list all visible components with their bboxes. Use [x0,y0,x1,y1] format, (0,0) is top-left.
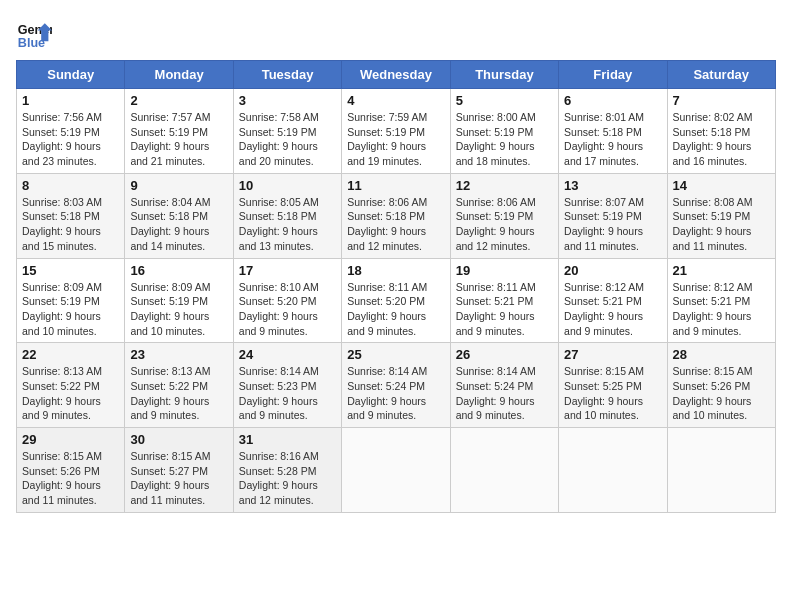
weekday-header-thursday: Thursday [450,61,558,89]
calendar-cell: 20 Sunrise: 8:12 AMSunset: 5:21 PMDaylig… [559,258,667,343]
day-number: 11 [347,178,444,193]
calendar-week-2: 8 Sunrise: 8:03 AMSunset: 5:18 PMDayligh… [17,173,776,258]
calendar-cell: 17 Sunrise: 8:10 AMSunset: 5:20 PMDaylig… [233,258,341,343]
calendar-cell: 7 Sunrise: 8:02 AMSunset: 5:18 PMDayligh… [667,89,775,174]
calendar-week-4: 22 Sunrise: 8:13 AMSunset: 5:22 PMDaylig… [17,343,776,428]
calendar-cell [342,428,450,513]
day-number: 25 [347,347,444,362]
day-info: Sunrise: 8:12 AMSunset: 5:21 PMDaylight:… [564,281,644,337]
calendar-cell: 8 Sunrise: 8:03 AMSunset: 5:18 PMDayligh… [17,173,125,258]
svg-text:Blue: Blue [18,36,45,50]
calendar-cell: 23 Sunrise: 8:13 AMSunset: 5:22 PMDaylig… [125,343,233,428]
day-number: 30 [130,432,227,447]
calendar-cell: 2 Sunrise: 7:57 AMSunset: 5:19 PMDayligh… [125,89,233,174]
day-info: Sunrise: 8:00 AMSunset: 5:19 PMDaylight:… [456,111,536,167]
day-number: 8 [22,178,119,193]
calendar-cell: 22 Sunrise: 8:13 AMSunset: 5:22 PMDaylig… [17,343,125,428]
day-info: Sunrise: 8:13 AMSunset: 5:22 PMDaylight:… [130,365,210,421]
day-info: Sunrise: 8:13 AMSunset: 5:22 PMDaylight:… [22,365,102,421]
weekday-header-sunday: Sunday [17,61,125,89]
day-number: 24 [239,347,336,362]
day-number: 29 [22,432,119,447]
day-number: 13 [564,178,661,193]
calendar-cell: 13 Sunrise: 8:07 AMSunset: 5:19 PMDaylig… [559,173,667,258]
day-info: Sunrise: 8:06 AMSunset: 5:18 PMDaylight:… [347,196,427,252]
day-info: Sunrise: 8:15 AMSunset: 5:25 PMDaylight:… [564,365,644,421]
weekday-header-saturday: Saturday [667,61,775,89]
calendar-cell: 5 Sunrise: 8:00 AMSunset: 5:19 PMDayligh… [450,89,558,174]
day-number: 31 [239,432,336,447]
logo-icon: General Blue [16,16,52,52]
day-info: Sunrise: 7:56 AMSunset: 5:19 PMDaylight:… [22,111,102,167]
day-number: 20 [564,263,661,278]
day-info: Sunrise: 7:57 AMSunset: 5:19 PMDaylight:… [130,111,210,167]
day-number: 19 [456,263,553,278]
weekday-header-monday: Monday [125,61,233,89]
day-number: 16 [130,263,227,278]
page-header: General Blue [16,16,776,52]
day-number: 15 [22,263,119,278]
calendar-cell: 14 Sunrise: 8:08 AMSunset: 5:19 PMDaylig… [667,173,775,258]
day-info: Sunrise: 8:01 AMSunset: 5:18 PMDaylight:… [564,111,644,167]
calendar-cell: 28 Sunrise: 8:15 AMSunset: 5:26 PMDaylig… [667,343,775,428]
calendar-cell: 10 Sunrise: 8:05 AMSunset: 5:18 PMDaylig… [233,173,341,258]
day-number: 2 [130,93,227,108]
day-number: 17 [239,263,336,278]
day-info: Sunrise: 8:09 AMSunset: 5:19 PMDaylight:… [22,281,102,337]
calendar-week-5: 29 Sunrise: 8:15 AMSunset: 5:26 PMDaylig… [17,428,776,513]
calendar-cell: 12 Sunrise: 8:06 AMSunset: 5:19 PMDaylig… [450,173,558,258]
day-info: Sunrise: 8:15 AMSunset: 5:27 PMDaylight:… [130,450,210,506]
calendar-cell: 18 Sunrise: 8:11 AMSunset: 5:20 PMDaylig… [342,258,450,343]
calendar-week-3: 15 Sunrise: 8:09 AMSunset: 5:19 PMDaylig… [17,258,776,343]
weekday-header-friday: Friday [559,61,667,89]
calendar-cell: 15 Sunrise: 8:09 AMSunset: 5:19 PMDaylig… [17,258,125,343]
calendar-cell: 11 Sunrise: 8:06 AMSunset: 5:18 PMDaylig… [342,173,450,258]
calendar-cell [559,428,667,513]
day-info: Sunrise: 8:14 AMSunset: 5:24 PMDaylight:… [347,365,427,421]
day-info: Sunrise: 8:09 AMSunset: 5:19 PMDaylight:… [130,281,210,337]
day-number: 3 [239,93,336,108]
day-number: 21 [673,263,770,278]
weekday-header-tuesday: Tuesday [233,61,341,89]
day-number: 7 [673,93,770,108]
day-info: Sunrise: 8:02 AMSunset: 5:18 PMDaylight:… [673,111,753,167]
day-info: Sunrise: 8:15 AMSunset: 5:26 PMDaylight:… [22,450,102,506]
day-info: Sunrise: 8:15 AMSunset: 5:26 PMDaylight:… [673,365,753,421]
weekday-header-row: SundayMondayTuesdayWednesdayThursdayFrid… [17,61,776,89]
day-info: Sunrise: 8:16 AMSunset: 5:28 PMDaylight:… [239,450,319,506]
day-info: Sunrise: 8:12 AMSunset: 5:21 PMDaylight:… [673,281,753,337]
calendar-cell: 3 Sunrise: 7:58 AMSunset: 5:19 PMDayligh… [233,89,341,174]
calendar-cell: 6 Sunrise: 8:01 AMSunset: 5:18 PMDayligh… [559,89,667,174]
calendar-cell: 9 Sunrise: 8:04 AMSunset: 5:18 PMDayligh… [125,173,233,258]
day-info: Sunrise: 8:03 AMSunset: 5:18 PMDaylight:… [22,196,102,252]
day-number: 5 [456,93,553,108]
day-info: Sunrise: 7:59 AMSunset: 5:19 PMDaylight:… [347,111,427,167]
day-number: 18 [347,263,444,278]
logo: General Blue [16,16,56,52]
day-number: 1 [22,93,119,108]
day-info: Sunrise: 8:11 AMSunset: 5:21 PMDaylight:… [456,281,536,337]
calendar-cell: 24 Sunrise: 8:14 AMSunset: 5:23 PMDaylig… [233,343,341,428]
calendar-cell: 16 Sunrise: 8:09 AMSunset: 5:19 PMDaylig… [125,258,233,343]
calendar-cell: 4 Sunrise: 7:59 AMSunset: 5:19 PMDayligh… [342,89,450,174]
day-number: 23 [130,347,227,362]
day-number: 9 [130,178,227,193]
calendar-cell: 26 Sunrise: 8:14 AMSunset: 5:24 PMDaylig… [450,343,558,428]
day-info: Sunrise: 8:08 AMSunset: 5:19 PMDaylight:… [673,196,753,252]
day-number: 12 [456,178,553,193]
day-info: Sunrise: 8:04 AMSunset: 5:18 PMDaylight:… [130,196,210,252]
calendar-cell: 1 Sunrise: 7:56 AMSunset: 5:19 PMDayligh… [17,89,125,174]
calendar-cell: 30 Sunrise: 8:15 AMSunset: 5:27 PMDaylig… [125,428,233,513]
day-info: Sunrise: 8:14 AMSunset: 5:24 PMDaylight:… [456,365,536,421]
day-info: Sunrise: 8:07 AMSunset: 5:19 PMDaylight:… [564,196,644,252]
calendar-cell: 19 Sunrise: 8:11 AMSunset: 5:21 PMDaylig… [450,258,558,343]
calendar-cell: 31 Sunrise: 8:16 AMSunset: 5:28 PMDaylig… [233,428,341,513]
calendar-table: SundayMondayTuesdayWednesdayThursdayFrid… [16,60,776,513]
day-number: 27 [564,347,661,362]
day-number: 10 [239,178,336,193]
calendar-cell [667,428,775,513]
calendar-cell: 27 Sunrise: 8:15 AMSunset: 5:25 PMDaylig… [559,343,667,428]
day-info: Sunrise: 8:06 AMSunset: 5:19 PMDaylight:… [456,196,536,252]
day-info: Sunrise: 8:14 AMSunset: 5:23 PMDaylight:… [239,365,319,421]
calendar-cell: 21 Sunrise: 8:12 AMSunset: 5:21 PMDaylig… [667,258,775,343]
